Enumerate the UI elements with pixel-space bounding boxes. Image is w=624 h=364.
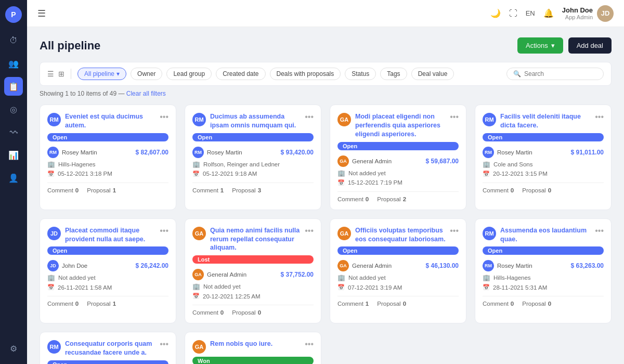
date-icon: 📅 bbox=[483, 171, 490, 177]
card-user-row: RM Rosey Martin $ 63,263.00 bbox=[483, 260, 604, 271]
sidebar-item-wave[interactable] bbox=[4, 123, 23, 141]
clear-filters-link[interactable]: Clear all filters bbox=[126, 90, 166, 97]
deal-card: RM Assumenda eos laudantium quae. ••• Op… bbox=[475, 218, 612, 324]
card-title[interactable]: Placeat commodi itaque provident nulla a… bbox=[65, 226, 160, 244]
card-menu-icon[interactable]: ••• bbox=[160, 112, 168, 122]
card-header: RM Ducimus ab assumenda ipsam omnis numq… bbox=[192, 112, 314, 130]
proposal-count: Proposal 1 bbox=[87, 187, 116, 193]
card-title[interactable]: Rem nobis quo iure. bbox=[210, 340, 272, 348]
language-selector[interactable]: EN bbox=[526, 9, 535, 17]
proposal-label: Proposal bbox=[87, 301, 110, 307]
actions-button[interactable]: Actions ▾ bbox=[517, 37, 563, 54]
comment-label: Comment bbox=[47, 187, 73, 193]
filter-pipeline[interactable]: All pipeline ▾ bbox=[77, 68, 126, 80]
card-title[interactable]: Ducimus ab assumenda ipsam omnis numquam… bbox=[210, 112, 305, 130]
card-title[interactable]: Modi placeat eligendi non perferendis qu… bbox=[355, 112, 450, 139]
sidebar-item-clock[interactable]: ⏱ bbox=[4, 31, 23, 50]
card-date-text: 20-12-2021 12:25 AM bbox=[203, 293, 261, 300]
sidebar-item-chart[interactable]: 📊 bbox=[4, 146, 23, 164]
proposal-value: 3 bbox=[258, 187, 261, 193]
company-icon: 🏢 bbox=[483, 274, 490, 281]
filter-tags[interactable]: Tags bbox=[380, 68, 407, 80]
list-view-icon[interactable]: ☰ bbox=[47, 70, 54, 78]
card-user-name: Rosey Martin bbox=[497, 149, 532, 155]
sidebar-item-analytics[interactable]: ◎ bbox=[4, 100, 23, 119]
date-icon: 📅 bbox=[192, 171, 200, 177]
card-title[interactable]: Assumenda eos laudantium quae. bbox=[500, 226, 595, 244]
proposal-label: Proposal bbox=[377, 301, 400, 307]
app-logo[interactable]: P bbox=[5, 6, 22, 23]
comment-value: 1 bbox=[220, 187, 224, 193]
proposal-value: 0 bbox=[258, 309, 261, 316]
grid-view-icon[interactable]: ⊞ bbox=[58, 70, 64, 78]
card-menu-icon[interactable]: ••• bbox=[160, 226, 168, 236]
card-amount: $ 59,687.00 bbox=[426, 158, 459, 165]
card-menu-icon[interactable]: ••• bbox=[305, 340, 314, 349]
deal-card: GA Quia nemo animi facilis nulla rerum r… bbox=[185, 218, 321, 324]
filter-status[interactable]: Status bbox=[345, 68, 376, 80]
proposal-count: Proposal 0 bbox=[232, 309, 261, 316]
card-menu-icon[interactable]: ••• bbox=[450, 226, 459, 236]
search-input[interactable] bbox=[524, 70, 597, 77]
card-title[interactable]: Consequatur corporis quam recusandae fac… bbox=[65, 340, 160, 357]
card-menu-icon[interactable]: ••• bbox=[305, 226, 314, 236]
proposal-count: Proposal 0 bbox=[522, 187, 551, 193]
filter-created-date[interactable]: Created date bbox=[216, 68, 265, 80]
card-header-left: RM Facilis velit deleniti itaque dicta f… bbox=[483, 112, 595, 130]
add-deal-button[interactable]: Add deal bbox=[568, 37, 612, 54]
card-header-left: GA Rem nobis quo iure. bbox=[192, 340, 305, 354]
filter-deal-value[interactable]: Deal value bbox=[411, 68, 454, 80]
theme-icon[interactable]: 🌙 bbox=[490, 8, 501, 18]
proposal-count: Proposal 2 bbox=[377, 196, 406, 202]
sidebar: P ⏱ 👥 📋 ◎ 📊 👤 ⚙ bbox=[0, 0, 27, 364]
user-name: John Doe bbox=[562, 6, 593, 14]
topbar-left: ☰ bbox=[37, 8, 46, 19]
filter-lead-group[interactable]: Lead group bbox=[166, 68, 212, 80]
hamburger-icon[interactable]: ☰ bbox=[37, 8, 46, 19]
filter-deals-proposals[interactable]: Deals with proposals bbox=[270, 68, 341, 80]
expand-icon[interactable]: ⛶ bbox=[509, 9, 517, 18]
card-menu-icon[interactable]: ••• bbox=[595, 112, 604, 122]
card-user-name: Rosey Martin bbox=[497, 263, 532, 269]
card-footer: Comment 0 Proposal 0 bbox=[192, 305, 314, 316]
card-user: RM Rosey Martin bbox=[483, 260, 532, 271]
card-user: JD John Doe bbox=[47, 260, 87, 271]
card-header: JD Placeat commodi itaque provident null… bbox=[47, 226, 168, 244]
company-icon: 🏢 bbox=[337, 274, 345, 281]
proposal-count: Proposal 1 bbox=[87, 301, 116, 307]
card-user-row: GA General Admin $ 59,687.00 bbox=[337, 155, 459, 167]
card-avatar: RM bbox=[192, 113, 206, 126]
card-user: GA General Admin bbox=[337, 155, 392, 167]
card-menu-icon[interactable]: ••• bbox=[450, 112, 459, 122]
company-icon: 🏢 bbox=[47, 161, 55, 168]
card-company-name: Not added yet bbox=[203, 283, 241, 290]
card-header-left: RM Consequatur corporis quam recusandae … bbox=[47, 340, 160, 357]
card-avatar: RM bbox=[47, 113, 61, 126]
card-header: GA Modi placeat eligendi non perferendis… bbox=[337, 112, 459, 139]
card-menu-icon[interactable]: ••• bbox=[160, 340, 168, 349]
deal-card: RM Facilis velit deleniti itaque dicta f… bbox=[475, 105, 612, 210]
sidebar-item-user[interactable]: 👤 bbox=[4, 168, 23, 187]
card-menu-icon[interactable]: ••• bbox=[305, 112, 314, 122]
filter-owner[interactable]: Owner bbox=[131, 68, 162, 80]
topbar-right: 🌙 ⛶ EN 🔔 John Doe App Admin JD bbox=[490, 5, 614, 22]
card-title[interactable]: Eveniet est quia ducimus autem. bbox=[65, 112, 160, 130]
sidebar-item-pipeline[interactable]: 📋 bbox=[4, 77, 23, 96]
avatar[interactable]: JD bbox=[597, 5, 614, 22]
card-title[interactable]: Officiis voluptas temporibus eos consequ… bbox=[355, 226, 450, 244]
deal-card: RM Ducimus ab assumenda ipsam omnis numq… bbox=[185, 105, 321, 210]
cards-grid: RM Eveniet est quia ducimus autem. ••• O… bbox=[40, 105, 612, 364]
card-header: GA Quia nemo animi facilis nulla rerum r… bbox=[192, 226, 314, 253]
proposal-label: Proposal bbox=[522, 187, 545, 193]
status-badge: Open bbox=[47, 246, 168, 255]
card-menu-icon[interactable]: ••• bbox=[595, 226, 604, 236]
card-title[interactable]: Quia nemo animi facilis nulla rerum repe… bbox=[210, 226, 305, 253]
sidebar-item-contacts[interactable]: 👥 bbox=[4, 54, 23, 73]
notification-icon[interactable]: 🔔 bbox=[543, 8, 554, 18]
comment-count: Comment 0 bbox=[337, 196, 369, 202]
card-user: RM Rosey Martin bbox=[47, 147, 97, 158]
sidebar-item-settings[interactable]: ⚙ bbox=[4, 339, 23, 358]
card-date: 📅 15-12-2021 7:19 PM bbox=[337, 179, 459, 186]
date-icon: 📅 bbox=[47, 284, 55, 291]
card-title[interactable]: Facilis velit deleniti itaque dicta face… bbox=[500, 112, 595, 130]
